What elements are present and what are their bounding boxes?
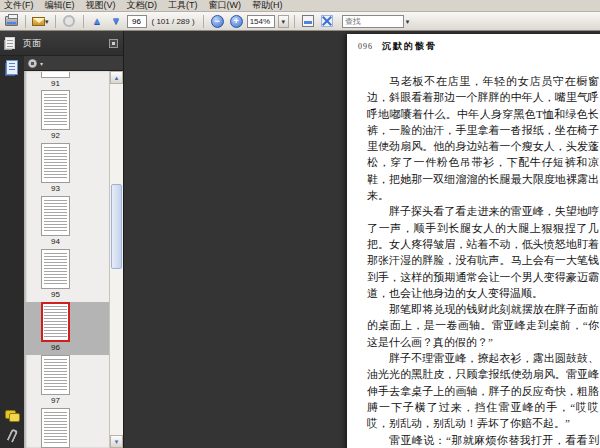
pages-panel-tab-icon[interactable] [6,60,18,75]
fit-width-button[interactable] [300,13,317,29]
find-dropdown-icon[interactable]: ▾ [406,18,410,25]
page-header: 096 沉默的骸骨 [358,40,600,53]
pages-panel-title: 页面 [23,37,41,50]
document-pane[interactable]: 096 沉默的骸骨 马老板不在店里，年轻的女店员守在橱窗边，斜眼看着那边一个胖胖… [124,31,600,448]
menu-tools[interactable]: 工具(T) [168,0,198,12]
previous-page-button[interactable]: ▲ [89,13,106,29]
page-thumbnail-selected [41,302,70,342]
toolbar: ▾ ▲ ▼ ( 101 / 289 ) − + 154% ▾ ▾ [0,12,600,31]
zoom-level-dropdown[interactable]: ▾ [278,15,289,28]
chevron-down-icon[interactable]: ▾ [40,60,43,67]
fit-page-icon [321,15,333,27]
toolbar-separator [55,15,56,28]
thumbnail-label: 93 [51,183,60,195]
find-input[interactable] [342,15,404,28]
page-thumbnail [41,408,70,448]
page-thumbnail [41,196,70,236]
next-page-button[interactable]: ▼ [108,13,125,29]
collapse-panel-button[interactable] [109,39,118,48]
navigation-sidebar: 页面 ▾ [0,31,124,448]
body-paragraph: 胖子探头看了看走进来的雷亚峰，失望地哼了一声，顺手到长腿女人的大腿上狠狠捏了几把… [367,203,599,301]
scrollbar-track[interactable] [110,84,123,435]
comments-panel-icon[interactable] [5,410,19,421]
pages-icon [5,37,15,49]
body-paragraph: 雷亚峰说：“那就麻烦你替我打开，看看到底是一张什么画。” [367,432,599,448]
thumbnail-label: 94 [51,236,60,248]
folio-number: 096 [358,42,373,51]
toolbar-separator [294,15,295,28]
menu-edit[interactable]: 编辑(E) [45,0,75,12]
page-thumbnail [41,249,70,289]
toolbar-separator [83,15,84,28]
pages-panel-header: 页面 [0,31,123,56]
thumbnail-label: 97 [51,395,60,407]
document-page: 096 沉默的骸骨 马老板不在店里，年轻的女店员守在橱窗边，斜眼看着那边一个胖胖… [347,34,600,448]
zoom-out-icon: − [211,15,224,28]
body-paragraph: 那笔即将兑现的钱财此刻就摆放在胖子面前的桌面上，是一卷画轴。雷亚峰走到桌前，“你… [367,301,599,350]
chevron-down-icon: ▾ [281,18,285,25]
menu-window[interactable]: 窗口(W) [209,0,242,12]
thumbnail-label: 92 [51,130,60,142]
body-paragraph: 马老板不在店里，年轻的女店员守在橱窗边，斜眼看着那边一个胖胖的中年人，嘴里气呼呼… [367,73,599,203]
content-area: 页面 ▾ [0,31,600,448]
previous-view-button[interactable] [61,13,78,29]
book-title: 沉默的骸骨 [382,40,437,53]
page-down-icon: ▼ [111,16,121,26]
fit-width-icon [302,15,314,27]
page-body-text: 马老板不在店里，年轻的女店员守在橱窗边，斜眼看着那边一个胖胖的中年人，嘴里气呼呼… [367,73,599,448]
pdf-reader-window: 文件(F) 编辑(E) 视图(V) 文档(D) 工具(T) 窗口(W) 帮助(H… [0,0,600,448]
print-button[interactable] [3,13,20,29]
menu-bar: 文件(F) 编辑(E) 视图(V) 文档(D) 工具(T) 窗口(W) 帮助(H… [0,0,600,12]
email-button[interactable]: ▾ [31,13,50,29]
scrollbar-thumb[interactable] [111,184,122,269]
menu-help[interactable]: 帮助(H) [252,0,283,12]
panel-options-bar: ▾ [24,56,123,71]
email-icon [32,17,45,26]
page-thumbnail [41,90,70,130]
page-thumbnail [41,355,70,395]
gear-icon[interactable] [28,59,37,68]
thumbnail-row-95[interactable]: 95 [24,249,109,302]
fit-page-button[interactable] [319,13,336,29]
page-up-icon: ▲ [92,16,102,26]
toolbar-separator [203,15,204,28]
menu-view[interactable]: 视图(V) [86,0,116,12]
sidebar-scrollbar: ▲ ▼ [109,71,123,448]
thumbnail-row-96-selected[interactable]: 96 [24,302,109,355]
menu-document[interactable]: 文档(D) [127,0,158,12]
thumbnail-row-92[interactable]: 92 [24,90,109,143]
thumbnail-list: 91 92 93 94 [24,71,109,448]
find-box: ▾ [342,15,410,28]
previous-view-icon [63,15,75,27]
thumbnail-row-97[interactable]: 97 [24,355,109,408]
thumbnail-label: 95 [51,289,60,301]
printer-icon [5,16,18,26]
chevron-down-icon: ▾ [45,18,49,25]
thumbnail-row-94[interactable]: 94 [24,196,109,249]
thumbnail-row-91[interactable]: 91 [24,71,109,90]
page-thumbnail [41,143,70,183]
attachments-panel-icon[interactable] [6,428,18,443]
page-number-input[interactable] [127,15,147,28]
page-count-label: ( 101 / 289 ) [152,17,195,26]
thumbnail-row-93[interactable]: 93 [24,143,109,196]
thumbnail-row-98[interactable] [24,408,109,448]
scroll-up-button[interactable]: ▲ [110,71,123,84]
toolbar-separator [25,15,26,28]
menu-file[interactable]: 文件(F) [4,0,34,12]
zoom-out-button[interactable]: − [209,13,226,29]
zoom-in-icon: + [230,15,243,28]
zoom-in-button[interactable]: + [228,13,245,29]
thumbnail-label: 91 [51,78,60,90]
panel-icon-strip [0,56,24,448]
zoom-level-value[interactable]: 154% [247,15,275,28]
scroll-down-button[interactable]: ▼ [110,435,123,448]
thumbnail-label: 96 [51,342,60,354]
body-paragraph: 胖子不理雷亚峰，撩起衣衫，露出圆鼓鼓、油光光的黑肚皮，只顾拿报纸使劲扇风。雷亚峰… [367,350,599,431]
